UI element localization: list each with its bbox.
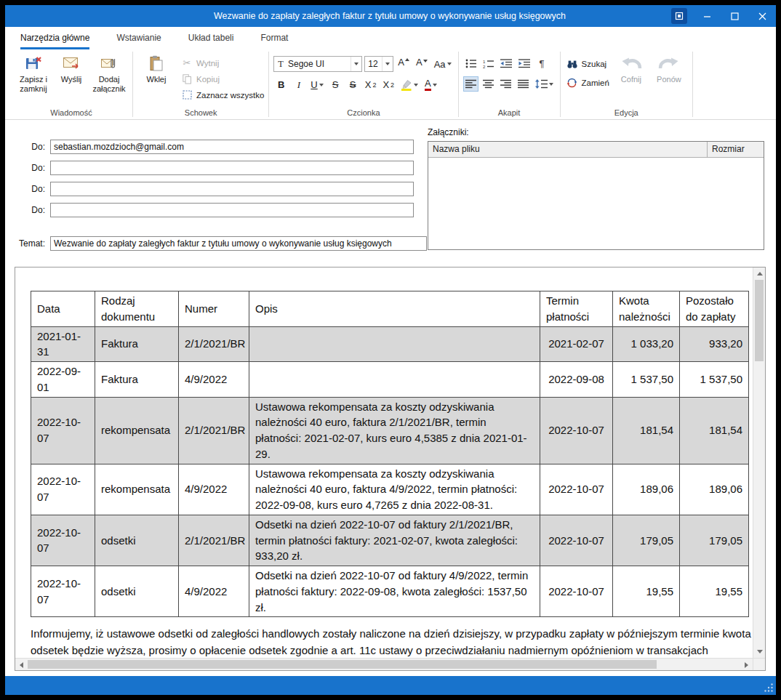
col-header-data[interactable]: Data bbox=[31, 291, 95, 327]
save-and-close-button[interactable]: Zapisz i zamknij bbox=[15, 52, 52, 94]
font-size-dropdown[interactable] bbox=[382, 57, 393, 71]
underline-button[interactable]: U bbox=[308, 77, 325, 92]
table-cell[interactable] bbox=[249, 326, 540, 362]
table-cell[interactable]: 19,55 bbox=[613, 566, 680, 617]
line-spacing-button[interactable] bbox=[533, 76, 556, 92]
table-cell[interactable]: 2021-02-07 bbox=[540, 326, 613, 362]
subscript-button[interactable]: X2 bbox=[363, 77, 379, 92]
superscript-button[interactable]: X2 bbox=[380, 77, 396, 92]
table-cell[interactable]: 1 033,20 bbox=[613, 326, 680, 362]
table-cell[interactable]: 2022-09-01 bbox=[31, 362, 95, 398]
table-cell[interactable]: 1 537,50 bbox=[613, 362, 680, 398]
table-cell[interactable]: 2021-01-31 bbox=[31, 326, 95, 362]
table-cell[interactable]: 2022-09-08 bbox=[540, 362, 613, 398]
strikethrough-button[interactable]: S bbox=[328, 77, 343, 92]
replace-button[interactable]: Zamień bbox=[566, 76, 609, 89]
table-cell[interactable]: 4/9/2022 bbox=[179, 362, 249, 398]
close-button[interactable] bbox=[748, 5, 776, 27]
window-mode-icon[interactable] bbox=[671, 8, 687, 24]
table-cell[interactable]: 2/1/2021/BR bbox=[179, 515, 249, 566]
grow-font-button[interactable]: A bbox=[396, 57, 412, 72]
align-left-button[interactable] bbox=[463, 76, 478, 92]
col-header-kwota[interactable]: Kwota należności bbox=[613, 291, 680, 327]
shrink-font-button[interactable]: A bbox=[414, 57, 430, 72]
find-button[interactable]: Szukaj bbox=[566, 57, 609, 70]
change-case-button[interactable]: Aa bbox=[432, 57, 454, 72]
table-cell[interactable]: 1 537,50 bbox=[680, 362, 749, 398]
table-cell[interactable]: rekompensata bbox=[95, 464, 179, 515]
table-cell[interactable]: Odsetki na dzień 2022-10-07 od faktury 4… bbox=[249, 566, 540, 617]
tab-uklad-tabeli[interactable]: Układ tabeli bbox=[188, 27, 234, 49]
horizontal-scrollbar[interactable] bbox=[15, 658, 753, 670]
scroll-up-button[interactable] bbox=[753, 267, 766, 280]
table-cell[interactable]: Ustawowa rekompensata za koszty odzyskiw… bbox=[249, 397, 540, 464]
to-input-3[interactable] bbox=[50, 182, 414, 196]
align-justify-button[interactable] bbox=[516, 76, 531, 92]
table-cell[interactable]: 2022-10-07 bbox=[540, 566, 613, 617]
scroll-left-button[interactable] bbox=[15, 659, 28, 671]
tab-wstawianie[interactable]: Wstawianie bbox=[116, 27, 161, 49]
tab-format[interactable]: Format bbox=[260, 27, 288, 49]
undo-button[interactable]: Cofnij bbox=[612, 52, 650, 84]
highlight-color-button[interactable] bbox=[398, 77, 420, 92]
bold-button[interactable]: B bbox=[273, 77, 289, 92]
table-cell[interactable]: 4/9/2022 bbox=[179, 566, 249, 617]
table-cell[interactable]: 181,54 bbox=[680, 397, 749, 464]
col-header-rodzaj[interactable]: Rodzaj dokumentu bbox=[95, 291, 179, 327]
scroll-right-button[interactable] bbox=[740, 659, 753, 671]
send-button[interactable]: Wyślij bbox=[52, 52, 90, 84]
attachments-col-size[interactable]: Rozmiar bbox=[707, 142, 764, 157]
table-cell[interactable]: 2022-10-07 bbox=[31, 515, 95, 566]
scroll-down-button[interactable] bbox=[753, 645, 766, 658]
table-cell[interactable]: 2022-10-07 bbox=[31, 397, 95, 464]
col-header-numer[interactable]: Numer bbox=[179, 291, 249, 327]
table-cell[interactable]: 179,05 bbox=[613, 515, 680, 566]
font-size-combobox[interactable]: 12 bbox=[364, 56, 393, 72]
font-name-dropdown[interactable] bbox=[351, 57, 361, 71]
italic-button[interactable]: I bbox=[291, 77, 306, 92]
table-cell[interactable]: Faktura bbox=[95, 326, 179, 362]
bullet-list-button[interactable] bbox=[463, 56, 478, 71]
table-cell[interactable]: Ustawowa rekompensata za koszty odzyskiw… bbox=[249, 464, 540, 515]
col-header-opis[interactable]: Opis bbox=[249, 291, 540, 327]
table-cell[interactable]: 2022-10-07 bbox=[31, 464, 95, 515]
to-input-1[interactable] bbox=[50, 140, 414, 154]
table-cell[interactable]: Odsetki na dzień 2022-10-07 od faktury 2… bbox=[249, 515, 540, 566]
titlebar[interactable]: Wezwanie do zapłaty zaległych faktur z t… bbox=[5, 5, 776, 27]
select-all-button[interactable]: Zaznacz wszystko bbox=[181, 89, 264, 101]
attachments-col-filename[interactable]: Nazwa pliku bbox=[428, 142, 707, 157]
paragraph-marks-button[interactable]: ¶ bbox=[534, 56, 550, 71]
tab-narzedzia-glowne[interactable]: Narzędzia główne bbox=[20, 27, 89, 49]
table-cell[interactable]: 2/1/2021/BR bbox=[179, 326, 249, 362]
paste-button[interactable]: Wklej bbox=[137, 52, 175, 84]
table-cell[interactable]: rekompensata bbox=[95, 397, 179, 464]
table-cell[interactable]: 4/9/2022 bbox=[179, 464, 249, 515]
numbered-list-button[interactable]: 12 bbox=[481, 56, 496, 71]
add-attachment-button[interactable]: Dodaj załącznik bbox=[90, 52, 128, 94]
resize-grip-icon[interactable] bbox=[764, 683, 774, 693]
table-cell[interactable]: 933,20 bbox=[680, 326, 749, 362]
col-header-pozostalo[interactable]: Pozostało do zapłaty bbox=[680, 291, 749, 327]
table-cell[interactable]: odsetki bbox=[95, 566, 179, 617]
align-right-button[interactable] bbox=[498, 76, 513, 92]
table-cell[interactable]: 2/1/2021/BR bbox=[179, 397, 249, 464]
vertical-scrollbar-thumb[interactable] bbox=[755, 280, 764, 361]
to-input-2[interactable] bbox=[50, 161, 414, 175]
table-cell[interactable]: 189,06 bbox=[680, 464, 749, 515]
editor-content[interactable]: Data Rodzaj dokumentu Numer Opis Termin … bbox=[15, 267, 753, 658]
decrease-indent-button[interactable] bbox=[498, 56, 514, 71]
table-cell[interactable]: 2022-10-07 bbox=[31, 566, 95, 617]
table-cell[interactable]: Faktura bbox=[95, 362, 179, 398]
font-color-button[interactable]: A bbox=[422, 77, 439, 92]
maximize-button[interactable] bbox=[721, 5, 748, 27]
subject-input[interactable] bbox=[50, 236, 427, 251]
table-cell[interactable]: 181,54 bbox=[613, 397, 680, 464]
horizontal-scrollbar-thumb[interactable] bbox=[28, 660, 657, 669]
to-input-4[interactable] bbox=[50, 203, 414, 217]
vertical-scrollbar[interactable] bbox=[753, 267, 765, 658]
attachments-panel[interactable]: Nazwa pliku Rozmiar bbox=[428, 141, 764, 250]
minimize-button[interactable] bbox=[693, 5, 721, 27]
table-cell[interactable]: odsetki bbox=[95, 515, 179, 566]
cut-button[interactable]: ✂ Wytnij bbox=[181, 57, 264, 69]
table-cell[interactable]: 2022-10-07 bbox=[540, 515, 613, 566]
